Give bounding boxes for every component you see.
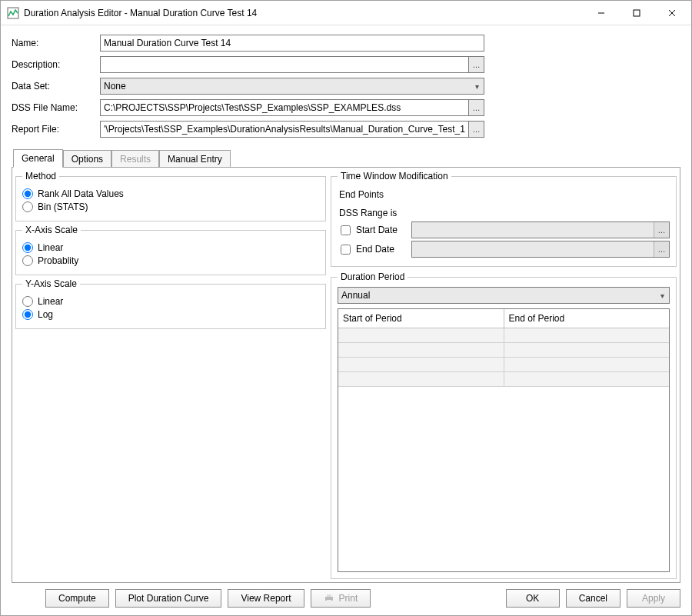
print-label: Print (339, 593, 358, 604)
form-area: Name: Description: … Data Set: None ▾ (12, 35, 680, 142)
app-icon (7, 7, 19, 19)
xaxis-group: X-Axis Scale Linear Probablity (15, 225, 326, 275)
compute-button[interactable]: Compute (45, 589, 109, 608)
yaxis-log-radio[interactable] (22, 309, 33, 320)
enddate-browse-button[interactable]: … (654, 241, 669, 257)
startdate-checkbox[interactable] (341, 225, 351, 235)
duration-period-group: Duration Period Annual ▾ Start of Period… (331, 271, 677, 579)
description-browse-button[interactable]: … (469, 56, 484, 73)
dataset-label: Data Set: (12, 81, 100, 92)
table-row[interactable] (338, 343, 669, 358)
yaxis-linear-label: Linear (38, 296, 63, 307)
titlebar: Duration Analysis Editor - Manual Durati… (1, 1, 691, 25)
tab-panel-general: Method Rank All Data Values Bin (STATS) … (12, 167, 680, 583)
xaxis-linear-radio[interactable] (22, 242, 33, 253)
tab-manual-entry[interactable]: Manual Entry (159, 150, 231, 168)
xaxis-legend: X-Axis Scale (22, 225, 81, 235)
dataset-select[interactable]: None ▾ (100, 78, 484, 95)
dssrange-label: DSS Range is (339, 208, 670, 218)
enddate-checkbox[interactable] (341, 245, 351, 255)
svg-rect-2 (634, 10, 640, 16)
print-button: Print (311, 589, 371, 608)
ellipsis-icon: … (473, 61, 481, 69)
svg-rect-7 (327, 600, 331, 602)
chevron-down-icon: ▾ (475, 82, 479, 91)
app-window: Duration Analysis Editor - Manual Durati… (0, 0, 692, 616)
duration-legend: Duration Period (338, 271, 408, 282)
report-browse-button[interactable]: … (469, 121, 484, 138)
duration-period-select[interactable]: Annual ▾ (338, 287, 670, 304)
enddate-label: End Date (356, 244, 394, 255)
yaxis-log-label: Log (38, 309, 53, 320)
plot-duration-curve-button[interactable]: Plot Duration Curve (115, 589, 222, 608)
table-row[interactable] (338, 328, 669, 343)
tab-results: Results (111, 150, 159, 168)
duration-period-value: Annual (341, 290, 370, 301)
enddate-field[interactable]: … (411, 241, 670, 258)
period-start-header: Start of Period (338, 309, 504, 328)
yaxis-group: Y-Axis Scale Linear Log (15, 278, 326, 329)
maximize-button[interactable] (619, 2, 654, 25)
endpoints-label: End Points (339, 189, 670, 200)
report-label: Report File: (12, 124, 100, 135)
svg-rect-6 (327, 594, 331, 597)
period-end-header: End of Period (504, 309, 670, 328)
xaxis-prob-radio[interactable] (22, 255, 33, 266)
tab-general[interactable]: General (13, 149, 63, 168)
xaxis-linear-label: Linear (38, 242, 63, 253)
tab-options[interactable]: Options (63, 150, 111, 168)
table-empty-area (338, 387, 669, 571)
dataset-value: None (104, 81, 126, 92)
ellipsis-icon: … (473, 104, 481, 112)
startdate-browse-button[interactable]: … (654, 222, 669, 238)
tab-strip: General Options Results Manual Entry (12, 148, 680, 167)
yaxis-legend: Y-Axis Scale (22, 278, 80, 289)
footer-bar: Compute Plot Duration Curve View Report … (12, 583, 680, 608)
minimize-button[interactable] (584, 2, 619, 25)
printer-icon (324, 594, 334, 603)
close-button[interactable] (654, 2, 690, 25)
method-rank-label: Rank All Data Values (38, 188, 124, 199)
yaxis-linear-radio[interactable] (22, 296, 33, 307)
ok-button[interactable]: OK (506, 589, 560, 608)
table-row[interactable] (338, 358, 669, 372)
view-report-button[interactable]: View Report (228, 589, 304, 608)
dssfile-input[interactable] (100, 99, 469, 116)
cancel-button[interactable]: Cancel (566, 589, 620, 608)
right-column: Time Window Modification End Points DSS … (331, 171, 677, 579)
method-bin-radio[interactable] (22, 201, 33, 212)
startdate-field[interactable]: … (411, 221, 670, 238)
table-row[interactable] (338, 372, 669, 387)
report-input[interactable] (100, 121, 469, 138)
method-legend: Method (22, 171, 59, 181)
description-label: Description: (12, 59, 100, 70)
name-label: Name: (12, 38, 100, 48)
chevron-down-icon: ▾ (660, 291, 664, 300)
name-input[interactable] (100, 35, 484, 52)
svg-rect-0 (8, 8, 18, 18)
timewindow-legend: Time Window Modification (338, 171, 451, 181)
window-title: Duration Analysis Editor - Manual Durati… (24, 8, 584, 18)
window-controls (584, 2, 690, 25)
ellipsis-icon: … (658, 245, 666, 254)
xaxis-prob-label: Probablity (38, 255, 78, 266)
ellipsis-icon: … (473, 125, 481, 134)
client-area: Name: Description: … Data Set: None ▾ (1, 25, 691, 615)
description-input[interactable] (100, 56, 469, 73)
method-group: Method Rank All Data Values Bin (STATS) (15, 171, 326, 221)
startdate-label: Start Date (356, 225, 398, 235)
ellipsis-icon: … (658, 226, 666, 235)
period-table: Start of Period End of Period (338, 308, 670, 572)
left-column: Method Rank All Data Values Bin (STATS) … (15, 171, 326, 579)
apply-button: Apply (627, 589, 680, 608)
method-bin-label: Bin (STATS) (38, 201, 88, 212)
timewindow-group: Time Window Modification End Points DSS … (331, 171, 677, 267)
tab-control: General Options Results Manual Entry Met… (12, 148, 680, 583)
dssfile-browse-button[interactable]: … (469, 99, 484, 116)
method-rank-radio[interactable] (22, 188, 33, 199)
dssfile-label: DSS File Name: (12, 102, 100, 113)
